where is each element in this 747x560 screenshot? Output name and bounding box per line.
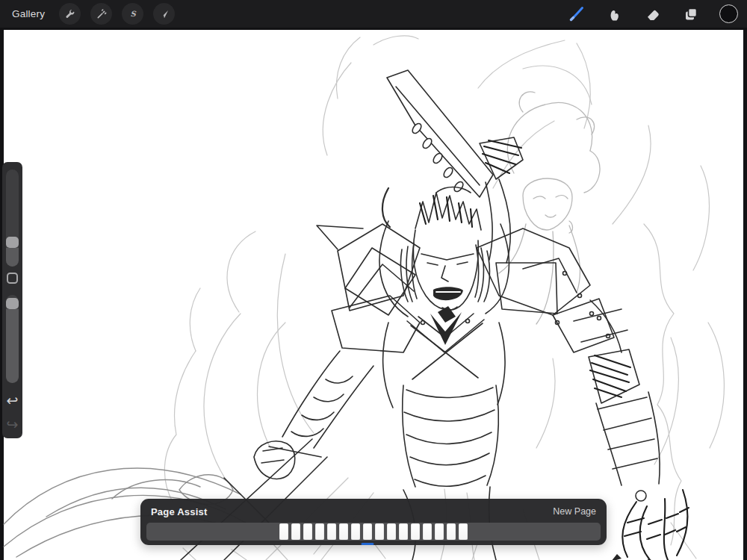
page-thumbnail[interactable] [435, 523, 444, 540]
page-thumbnail[interactable] [363, 523, 372, 540]
eraser-icon [644, 5, 662, 23]
page-thumbnail[interactable] [303, 523, 312, 540]
selection-button[interactable]: S [122, 3, 143, 25]
brush-size-slider-handle[interactable] [6, 237, 19, 248]
modify-button[interactable] [7, 273, 18, 284]
selected-page-indicator [362, 543, 374, 545]
page-thumbnail-row [146, 523, 601, 540]
eraser-tool-button[interactable] [643, 4, 662, 23]
smudge-tool-button[interactable] [605, 4, 624, 23]
page-thumbnail[interactable] [411, 523, 420, 540]
page-thumbnail[interactable] [399, 523, 408, 540]
svg-text:S: S [130, 10, 136, 18]
brush-size-fill [6, 248, 19, 267]
page-scrubber[interactable] [146, 523, 601, 541]
magic-wand-icon [96, 8, 108, 20]
page-thumbnail[interactable] [315, 523, 324, 540]
transform-button[interactable] [153, 3, 175, 25]
page-assist-header: Page Assist New Page [140, 499, 607, 523]
drawing-canvas[interactable] [0, 0, 747, 560]
top-toolbar: Gallery S [0, 0, 747, 28]
page-thumbnail[interactable] [279, 523, 288, 540]
page-assist-panel: Page Assist New Page [140, 499, 607, 545]
sidebar: ↩ ↪ [2, 162, 22, 438]
page-thumbnail[interactable] [375, 523, 384, 540]
smudge-finger-icon [606, 5, 624, 23]
new-page-button[interactable]: New Page [553, 506, 596, 517]
opacity-slider[interactable] [6, 295, 19, 383]
undo-button[interactable]: ↩ [2, 392, 22, 408]
brush-size-slider[interactable] [6, 169, 19, 267]
redo-button[interactable]: ↪ [2, 416, 22, 432]
page-thumbnail[interactable] [387, 523, 396, 540]
page-thumbnail[interactable] [459, 523, 468, 540]
page-assist-title: Page Assist [151, 506, 207, 517]
selection-s-icon: S [127, 8, 139, 20]
page-thumbnail[interactable] [339, 523, 348, 540]
adjustments-button[interactable] [90, 3, 112, 25]
page-thumbnail[interactable] [291, 523, 300, 540]
page-thumbnail[interactable] [447, 523, 456, 540]
layers-button[interactable] [681, 4, 700, 23]
paint-tool-button[interactable] [567, 4, 586, 23]
transform-arrow-icon [158, 8, 170, 20]
layers-icon [682, 5, 700, 23]
procreate-app: Gallery S [0, 0, 747, 560]
wrench-icon [64, 8, 76, 20]
page-thumbnail[interactable] [351, 523, 360, 540]
page-thumbnail[interactable] [423, 523, 432, 540]
paint-brush-icon [568, 5, 586, 23]
page-thumbnail[interactable] [327, 523, 336, 540]
opacity-slider-handle[interactable] [6, 298, 19, 309]
actions-button[interactable] [59, 3, 81, 25]
gallery-button[interactable]: Gallery [12, 8, 45, 19]
color-swatch-icon[interactable] [719, 4, 738, 23]
opacity-fill [6, 309, 19, 383]
